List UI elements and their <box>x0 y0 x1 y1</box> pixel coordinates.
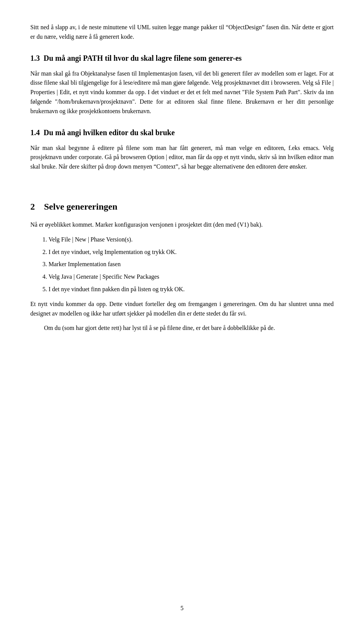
section-1-3-heading: 1.3 Du må angi PATH til hvor du skal lag… <box>30 52 334 64</box>
intro-para-1: Sitt ned å slapp av, i de neste minutten… <box>30 23 334 42</box>
list-item: I det nye vinduet finn pakken din på lis… <box>49 285 334 294</box>
page-footer: 5 <box>0 604 364 613</box>
section-2-indented: Om du (som har gjort dette rett) har lys… <box>30 323 334 333</box>
section-2-after-list: Et nytt vindu kommer da opp. Dette vindu… <box>30 300 334 319</box>
section-1-4-heading: 1.4 Du må angi hvilken editor du skal br… <box>30 127 334 138</box>
section-1-4-body: Når man skal begynne å editere på filene… <box>30 144 334 172</box>
section-1-3-body: Når man skal gå fra Objektanalyse fasen … <box>30 69 334 116</box>
section-1-3-number: 1.3 <box>30 52 40 64</box>
section-2-intro: Nå er øyeblikket kommet. Marker konfigur… <box>30 220 334 230</box>
section-2-list: Velg File | New | Phase Version(s). I de… <box>49 235 334 294</box>
section-1-4-title: Du må angi hvilken editor du skal bruke <box>44 127 175 138</box>
list-item: Marker Implementation fasen <box>49 260 334 269</box>
list-item: Velg Java | Generate | Specific New Pack… <box>49 272 334 282</box>
section-2-number: 2 <box>30 202 35 211</box>
page-number: 5 <box>180 605 184 611</box>
section-2-heading: 2 Selve genereringen <box>30 200 334 213</box>
section-1-4-number: 1.4 <box>30 127 40 138</box>
list-item: Velg File | New | Phase Version(s). <box>49 235 334 245</box>
list-item: I det nye vinduet, velg Implementation o… <box>49 248 334 257</box>
page: Sitt ned å slapp av, i de neste minutten… <box>0 0 364 628</box>
section-2-title: Selve genereringen <box>44 202 118 211</box>
section-1-3-title: Du må angi PATH til hvor du skal lagre f… <box>44 52 242 64</box>
